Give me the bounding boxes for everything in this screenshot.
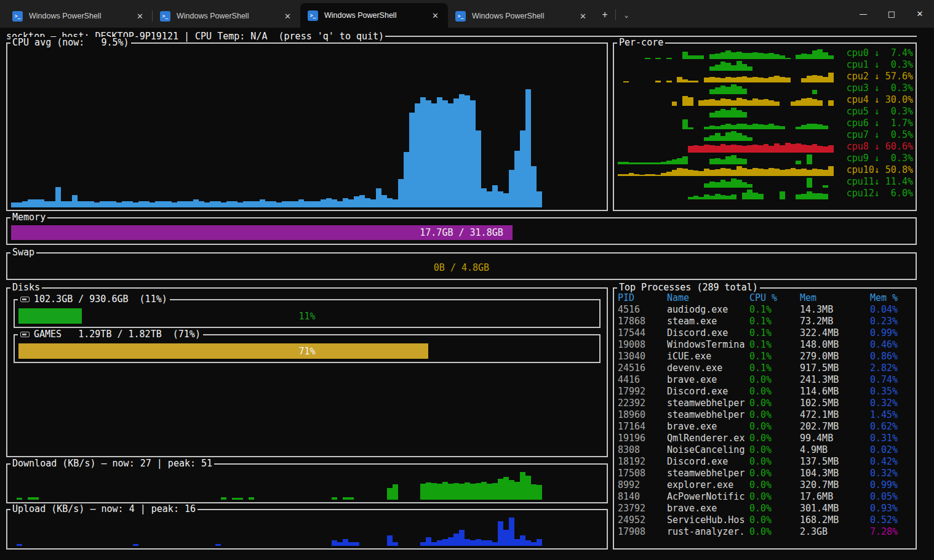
chart-bar [381,195,387,207]
chart-bar [715,87,720,94]
tab-title: Windows PowerShell [177,12,275,20]
chart-bar [688,97,693,106]
cell-mem: 241.3MB [800,374,870,386]
chart-bar [758,194,764,199]
chart-bar [226,201,232,207]
upload-chart [11,518,603,546]
table-row: 8140AcPowerNotific0.0%17.6MB0.05% [618,491,913,503]
tab-windows-powershell-4[interactable]: >_Windows PowerShell✕ [448,4,596,28]
chart-bar [645,58,650,59]
cell-pid: 24516 [618,362,667,374]
close-tab-icon[interactable]: ✕ [577,10,589,22]
chart-bar [725,99,731,106]
chart-bar [747,184,752,188]
chart-bar [448,103,453,207]
cell-memp: 0.86% [870,351,913,362]
cell-cpu: 0.1% [749,327,800,339]
chart-bar [796,55,801,59]
cell-name: Name [667,292,749,304]
chart-bar [791,168,796,176]
chart-bar [348,542,354,546]
cell-name: AcPowerNotific [667,491,749,503]
chart-bar [221,497,226,500]
chart-bar [682,156,688,164]
chart-bar [537,485,542,500]
chart-bar [666,172,672,176]
tab-windows-powershell-1[interactable]: >_Windows PowerShell✕ [5,4,153,28]
chart-bar [768,168,774,176]
core-label: cpu3 ↓ 0.3% [842,82,913,94]
chart-bar [807,98,812,106]
cell-mem: 114.6MB [800,386,870,398]
chart-bar [715,158,720,164]
chart-bar [465,539,470,546]
chart-bar [677,77,682,82]
chart-bar [476,130,481,207]
chart-bar [715,65,720,71]
chart-bar [215,544,221,546]
cell-name: steamwebhelper [667,409,749,421]
chart-bar [249,497,254,500]
tab-strip-divider [615,9,616,20]
chart-bar [254,201,260,207]
chart-bar [758,53,764,59]
core-label: cpu6 ↓ 1.7% [842,118,913,129]
chart-bar [476,483,481,500]
terminal-screen[interactable]: socktop — host: DESKTOP-9P19121 | CPU Te… [0,28,934,560]
chart-bar [758,100,764,106]
chart-bar [155,201,161,207]
cell-name: Discord.exe [667,386,749,398]
chart-bar [747,145,752,153]
chart-bar [785,58,791,59]
cell-mem: 202.7MB [800,421,870,433]
chart-bar [801,54,807,59]
tab-windows-powershell-3[interactable]: >_Windows PowerShell✕ [300,3,448,28]
core-sparkline [618,61,839,71]
close-tab-icon[interactable]: ✕ [429,10,442,22]
chart-bar [645,162,650,164]
cell-cpu: 0.0% [749,421,800,433]
chart-bar [487,484,492,500]
chart-bar [780,145,785,153]
chart-bar [812,75,818,82]
chart-bar [298,199,304,207]
chart-bar [359,195,365,207]
core-label: cpu10↓ 50.8% [842,164,913,176]
tab-windows-powershell-2[interactable]: >_Windows PowerShell✕ [153,4,300,28]
chart-bar [764,54,769,59]
chart-bar [105,201,111,207]
chart-bar [801,125,807,129]
chart-bar [133,202,138,207]
cell-memp: 0.02% [870,444,913,456]
cell-pid: PID [618,292,667,304]
minimize-button[interactable]: — [849,0,877,28]
chart-bar [736,77,742,82]
disk-drive-icon [20,332,30,337]
chart-bar [650,162,656,164]
close-button[interactable]: ✕ [906,0,934,28]
close-tab-icon[interactable]: ✕ [134,10,146,22]
cell-pid: 17508 [618,468,667,479]
table-row: 17908rust-analyzer.0.0%2.3GB7.28% [618,526,913,538]
chart-bar [774,76,780,82]
core-sparkline [618,49,839,59]
chart-bar [688,170,693,176]
chart-bar [634,162,639,164]
chart-bar [720,78,726,82]
new-tab-button[interactable]: + [596,6,614,24]
chart-bar [166,201,172,207]
chart-bar [823,185,828,188]
cell-cpu: 0.0% [749,456,800,468]
chart-bar [337,201,343,207]
tab-dropdown-button[interactable]: ⌄ [617,6,636,24]
cell-memp: 0.31% [870,433,913,444]
chart-bar [747,169,752,176]
window-controls: — □ ✕ [849,0,934,28]
chart-bar [315,201,321,207]
chart-bar [655,81,661,82]
maximize-button[interactable]: □ [877,0,906,28]
chart-bar [720,136,726,141]
close-tab-icon[interactable]: ✕ [281,10,294,22]
cell-memp: 7.28% [870,526,913,538]
core-row: cpu12↓ 6.0% [618,188,913,199]
